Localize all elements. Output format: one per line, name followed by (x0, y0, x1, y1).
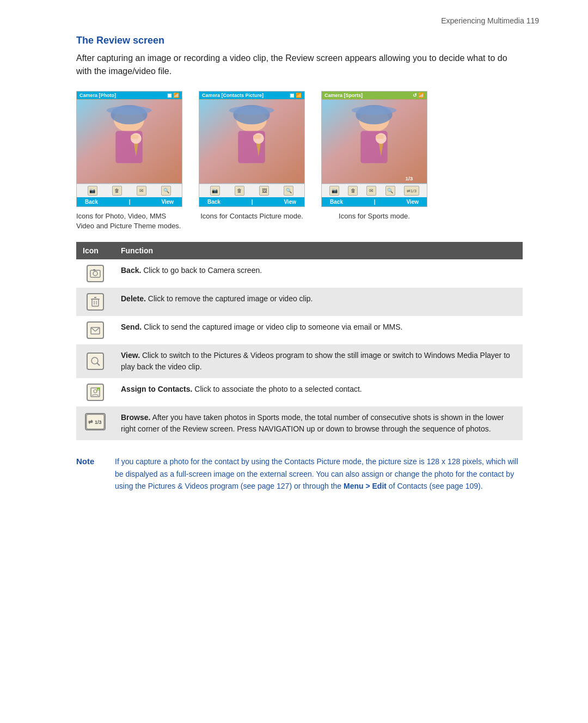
phone-nav-sports: Back | View (322, 197, 427, 206)
icon-cell-send (76, 316, 114, 344)
svg-point-19 (351, 106, 396, 115)
svg-point-26 (93, 271, 97, 276)
svg-text:1/3: 1/3 (95, 420, 101, 425)
browse-icon: ⇌ 1/3 (85, 413, 106, 430)
phone-back-label-2: Back (207, 199, 220, 205)
phone-screenshots-row: Camera [Photo] ▣ 📶 (76, 91, 544, 231)
icon-cell-contacts: + (76, 378, 114, 406)
phone-view-label-2: View (284, 199, 296, 205)
table-row: + Assign to Contacts. Click to associate… (76, 378, 523, 406)
col-function-header: Function (114, 242, 523, 259)
delete-icon (87, 293, 104, 311)
function-cell-browse: Browse. After you have taken photos in S… (114, 406, 523, 440)
note-bold-link: Menu > Edit (344, 482, 387, 490)
phone-block-sports: Camera [Sports] ↺ 📶 (321, 91, 427, 221)
table-row: Delete. Click to remove the captured ima… (76, 288, 523, 316)
phone-divider: | (129, 199, 131, 205)
svg-line-37 (97, 363, 100, 366)
function-cell-delete: Delete. Click to remove the captured ima… (114, 288, 523, 316)
note-section: Note If you capture a photo for the cont… (76, 455, 523, 492)
tb-view-icon-2: 🔍 (284, 186, 293, 196)
tb-mail-icon-3: ✉ (366, 186, 376, 196)
phone-caption-sports: Icons for Sports mode. (339, 211, 410, 221)
phone-nav-contacts: Back | View (199, 197, 304, 206)
function-cell-back: Back. Click to go back to Camera screen. (114, 259, 523, 288)
back-icon (87, 265, 104, 282)
tb-camera-icon-3: 📷 (329, 186, 339, 196)
icon-cell-view (76, 344, 114, 378)
function-bold-view: View. (121, 351, 140, 360)
section-heading: The Review screen (76, 35, 544, 46)
phone-view-label-3: View (406, 199, 419, 205)
svg-rect-27 (93, 269, 95, 271)
col-icon-header: Icon (76, 242, 114, 259)
table-row: ⇌ 1/3 Browse. After you have taken photo… (76, 406, 523, 440)
phone-back-label: Back (85, 199, 98, 205)
phone-caption-contacts: Icons for Contacts Picture mode. (200, 211, 303, 221)
phone-screen-photo: Camera [Photo] ▣ 📶 (76, 91, 182, 207)
table-row: Back. Click to go back to Camera screen. (76, 259, 523, 288)
tb-view-icon: 🔍 (161, 186, 171, 196)
svg-rect-15 (253, 135, 261, 139)
phone-back-label-3: Back (330, 199, 343, 205)
function-text-view: Click to switch to the Pictures & Videos… (121, 351, 510, 371)
tb-trash-icon-2: 🗑 (235, 186, 244, 196)
svg-line-35 (95, 327, 100, 331)
note-text-after: of Contacts (see page 109). (387, 482, 483, 490)
svg-text:1/3: 1/3 (405, 175, 413, 181)
svg-point-11 (229, 106, 274, 115)
svg-line-34 (91, 327, 95, 331)
phone-toolbar-sports: 📷 🗑 ✉ 🔍 ⇌1/3 (322, 184, 427, 197)
phone-screen-sports: Camera [Sports] ↺ 📶 (321, 91, 427, 207)
svg-text:⇌: ⇌ (88, 419, 93, 425)
phone-header-photo: Camera [Photo] ▣ 📶 (77, 92, 182, 99)
page-number: Experiencing Multimedia 119 (76, 16, 544, 25)
function-bold-back: Back. (121, 266, 141, 275)
function-text-send: Click to send the captured image or vide… (142, 323, 402, 331)
tb-camera-icon: 📷 (88, 186, 97, 196)
note-label: Note (76, 455, 106, 492)
phone-block-contacts: Camera [Contacts Picture] ▣ 📶 (199, 91, 305, 221)
send-icon (87, 321, 104, 339)
icon-cell-browse: ⇌ 1/3 (76, 406, 114, 440)
phone-title-photo: Camera [Photo] (79, 93, 116, 98)
view-icon (87, 353, 104, 370)
svg-point-3 (106, 106, 151, 115)
phone-title-contacts: Camera [Contacts Picture] (202, 93, 264, 98)
phone-status-icons-photo: ▣ 📶 (167, 93, 179, 98)
intro-text: After capturing an image or recording a … (76, 52, 523, 78)
phone-view-label: View (161, 199, 174, 205)
phone-image-contacts (199, 99, 304, 184)
function-text-back: Click to go back to Camera screen. (141, 266, 262, 275)
phone-nav-photo: Back | View (77, 197, 182, 206)
table-row: Send. Click to send the captured image o… (76, 316, 523, 344)
phone-status-icons-sports: ↺ 📶 (413, 93, 424, 98)
svg-rect-28 (92, 299, 99, 306)
function-bold-contacts: Assign to Contacts. (121, 385, 192, 393)
phone-toolbar-contacts: 📷 🗑 🖼 🔍 (199, 184, 304, 197)
phone-divider-2: | (252, 199, 253, 205)
phone-header-sports: Camera [Sports] ↺ 📶 (322, 92, 427, 99)
phone-toolbar-photo: 📷 🗑 ✉ 🔍 (77, 184, 182, 197)
tb-camera-icon-2: 📷 (210, 186, 220, 196)
function-bold-browse: Browse. (121, 413, 150, 422)
note-text: If you capture a photo for the contact b… (115, 455, 523, 492)
icon-cell-back (76, 259, 114, 288)
tb-mail-icon: ✉ (137, 186, 146, 196)
icon-cell-delete (76, 288, 114, 316)
tb-view-icon-3: 🔍 (385, 186, 395, 196)
phone-header-contacts: Camera [Contacts Picture] ▣ 📶 (199, 92, 304, 99)
svg-text:+: + (97, 388, 100, 391)
icon-function-table: Icon Function Back. Click to go back to … (76, 242, 523, 440)
assign-contacts-icon: + (87, 384, 104, 401)
svg-rect-7 (131, 135, 139, 139)
function-text-browse: After you have taken photos in Sports mo… (121, 413, 504, 433)
phone-status-icons-contacts: ▣ 📶 (290, 93, 302, 98)
phone-image-sports: 1/3 (322, 99, 427, 184)
phone-block-photo: Camera [Photo] ▣ 📶 (76, 91, 182, 231)
tb-trash-icon: 🗑 (112, 186, 122, 196)
function-bold-send: Send. (121, 323, 142, 331)
function-cell-contacts: Assign to Contacts. Click to associate t… (114, 378, 523, 406)
phone-screen-contacts: Camera [Contacts Picture] ▣ 📶 (199, 91, 305, 207)
phone-divider-3: | (374, 199, 376, 205)
